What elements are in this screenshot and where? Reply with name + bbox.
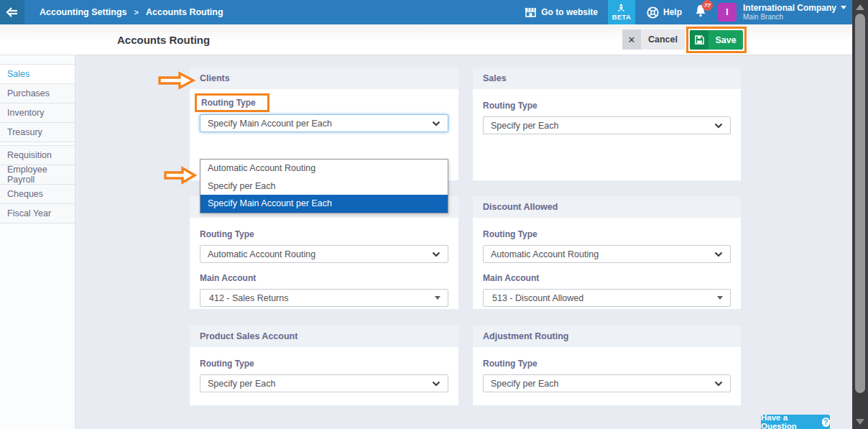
card-clients-title: Clients — [190, 68, 458, 91]
sales-routing-type-select[interactable]: Specify per Each — [483, 116, 731, 134]
scrollbar-thumb[interactable] — [855, 14, 865, 393]
close-icon: ✕ — [622, 29, 641, 50]
have-a-question-label: Have a Question — [761, 413, 818, 429]
back-arrow-icon — [5, 6, 19, 18]
breadcrumb-current[interactable]: Accounts Routing — [146, 7, 223, 17]
topbar-right-group: Go to website BETA — [525, 0, 852, 24]
breadcrumb-parent[interactable]: Accounting Settings — [40, 7, 127, 17]
product-routing-type-label: Routing Type — [200, 359, 448, 369]
product-routing-type-select[interactable]: Specify per Each — [200, 374, 448, 392]
help-button[interactable]: Help — [647, 6, 682, 19]
chevron-down-icon — [714, 381, 723, 387]
sidebar-item-sales[interactable]: Sales — [0, 65, 75, 84]
adjustment-routing-type-label: Routing Type — [483, 359, 731, 369]
dropdown-option-specify-per-each[interactable]: Specify per Each — [200, 177, 448, 195]
card-discount-title: Discount Allowed — [473, 196, 741, 219]
adjustment-routing-type-value: Specify per Each — [491, 379, 559, 389]
cancel-button[interactable]: ✕ Cancel — [622, 29, 685, 50]
company-branch: Main Branch — [743, 13, 846, 22]
clients-routing-type-label: Routing Type — [201, 98, 256, 108]
rocket-icon — [617, 4, 625, 13]
breadcrumb: Accounting Settings > Accounts Routing — [40, 7, 223, 17]
go-to-website-link[interactable]: Go to website — [525, 7, 598, 17]
returns-routing-type-label: Routing Type — [200, 229, 448, 239]
discount-routing-type-value: Automatic Account Routing — [491, 249, 599, 259]
clients-routing-type-value: Specify Main Account per Each — [208, 119, 332, 129]
save-highlight-annotation: Save — [686, 27, 747, 53]
returns-routing-type-select[interactable]: Automatic Account Routing — [200, 245, 448, 263]
card-sales-title: Sales — [473, 68, 741, 91]
action-bar: Accounts Routing ✕ Cancel Save — [0, 24, 852, 55]
card-product-title: Product Sales Account — [190, 326, 458, 349]
scrollbar-up-arrow[interactable] — [856, 4, 864, 10]
go-to-website-label: Go to website — [541, 7, 598, 17]
discount-routing-type-select[interactable]: Automatic Account Routing — [483, 245, 731, 263]
chevron-down-icon — [714, 252, 723, 257]
caret-down-icon — [717, 296, 723, 300]
save-button-label: Save — [708, 35, 743, 45]
sidebar-item-purchases[interactable]: Purchases — [0, 84, 75, 103]
sales-routing-type-label: Routing Type — [483, 101, 731, 111]
notifications-button[interactable]: 77 — [695, 4, 706, 20]
cancel-button-label: Cancel — [641, 34, 685, 45]
back-button[interactable] — [0, 0, 24, 24]
help-label: Help — [663, 7, 682, 17]
sidebar-item-requisition[interactable]: Requisition — [0, 146, 75, 165]
scrollbar-down-arrow[interactable] — [856, 419, 864, 425]
clients-routing-type-select[interactable]: Specify Main Account per Each — [200, 114, 448, 132]
beta-label: BETA — [612, 13, 631, 21]
card-discount-allowed: Discount Allowed Routing Type Automatic … — [473, 196, 741, 309]
discount-main-account-combobox[interactable]: 513 - Discount Allowed — [483, 289, 731, 307]
save-disk-icon — [690, 30, 708, 50]
top-navigation-bar: Accounting Settings > Accounts Routing G… — [0, 0, 852, 24]
routing-type-highlight-annotation: Routing Type — [195, 93, 269, 112]
accounts-routing-page: Accounting Settings > Accounts Routing G… — [0, 0, 868, 429]
vertical-scrollbar[interactable] — [852, 0, 868, 429]
returns-routing-type-value: Automatic Account Routing — [208, 249, 315, 259]
adjustment-routing-type-select[interactable]: Specify per Each — [483, 374, 731, 392]
sidebar-item-inventory[interactable]: Inventory — [0, 103, 75, 123]
sales-routing-type-value: Specify per Each — [491, 121, 559, 131]
page-title: Accounts Routing — [117, 34, 210, 46]
settings-sidebar: Sales Purchases Inventory Treasury Requi… — [0, 55, 75, 429]
discount-routing-type-label: Routing Type — [483, 229, 731, 239]
sidebar-item-employee-payroll[interactable]: Employee Payroll — [0, 165, 75, 185]
card-adjustment-title: Adjustment Routing — [473, 326, 741, 349]
returns-main-account-combobox[interactable]: 412 - Sales Returns — [200, 289, 448, 307]
product-routing-type-value: Specify per Each — [208, 379, 276, 389]
breadcrumb-separator: > — [134, 8, 139, 17]
clients-routing-dropdown-list: Automatic Account Routing Specify per Ea… — [200, 159, 448, 213]
question-mark-icon: ? — [822, 418, 830, 427]
card-product-sales-account: Product Sales Account Routing Type Speci… — [190, 326, 458, 405]
discount-main-account-label: Main Account — [483, 273, 731, 283]
caret-down-icon — [435, 296, 440, 300]
discount-main-account-value: 513 - Discount Allowed — [492, 293, 583, 303]
chevron-down-icon — [841, 6, 846, 9]
company-avatar[interactable]: I — [718, 3, 737, 22]
save-button[interactable]: Save — [690, 30, 743, 50]
dropdown-option-automatic[interactable]: Automatic Account Routing — [200, 160, 448, 177]
returns-main-account-value: 412 - Sales Returns — [209, 293, 288, 303]
chevron-down-icon — [714, 123, 723, 129]
sidebar-item-cheques[interactable]: Cheques — [0, 185, 75, 204]
card-sales: Sales Routing Type Specify per Each — [473, 68, 741, 180]
sidebar-item-treasury[interactable]: Treasury — [0, 123, 75, 142]
company-switcher[interactable]: International Company Main Branch — [743, 3, 846, 22]
sidebar-item-fiscal-year[interactable]: Fiscal Year — [0, 204, 75, 223]
have-a-question-button[interactable]: Have a Question ? — [761, 415, 830, 429]
card-clients: Clients Routing Type Specify Main Accoun… — [190, 68, 458, 180]
storefront-icon — [525, 7, 537, 17]
dropdown-option-specify-main-account[interactable]: Specify Main Account per Each — [200, 195, 448, 213]
chevron-down-icon — [432, 252, 440, 257]
beta-badge: BETA — [608, 0, 635, 24]
chevron-down-icon — [432, 121, 440, 126]
returns-main-account-label: Main Account — [200, 273, 448, 283]
card-adjustment-routing: Adjustment Routing Routing Type Specify … — [473, 326, 741, 405]
notification-count-badge: 77 — [702, 0, 713, 11]
help-lifebuoy-icon — [647, 6, 659, 19]
company-name: International Company — [743, 3, 836, 13]
chevron-down-icon — [432, 381, 440, 387]
